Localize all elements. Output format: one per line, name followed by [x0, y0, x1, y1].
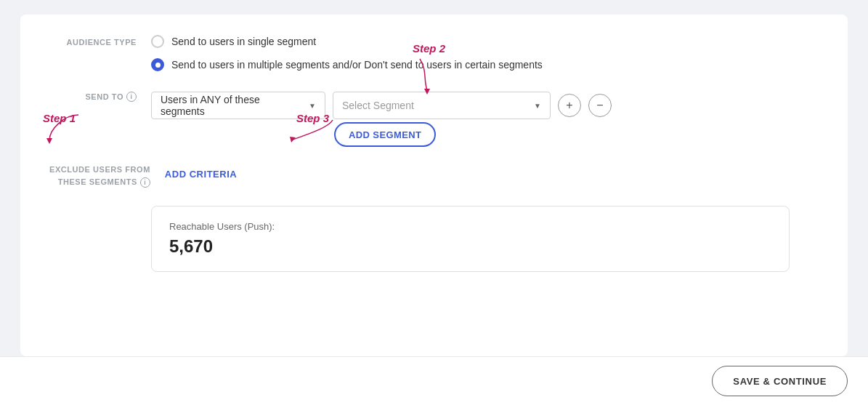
chevron-down-icon: ▼ — [309, 102, 316, 110]
reachable-count: 5,670 — [169, 236, 771, 257]
footer: SAVE & CONTINUE — [0, 356, 868, 405]
add-circle-button[interactable]: + — [558, 94, 581, 117]
step1-label: Step 1 — [43, 112, 76, 124]
add-segment-container: ADD SEGMENT Step 3 — [151, 119, 612, 147]
radio-multiple-label: Send to users in multiple segments and/o… — [171, 59, 543, 71]
send-to-section: SEND TO i Step 1 Users in ANY of these s… — [49, 92, 819, 147]
step2-label: Step 2 — [413, 42, 445, 55]
svg-marker-2 — [290, 137, 296, 143]
radio-single-label: Send to users in single segment — [171, 36, 316, 47]
exclude-section: EXCLUDE USERS FROM THESE SEGMENTS i ADD … — [49, 164, 819, 188]
chevron-down-icon-2: ▼ — [534, 102, 541, 110]
step3-arrow — [329, 116, 365, 145]
step2-arrow — [413, 55, 456, 92]
segment-type-value: Users in ANY of these segments — [161, 94, 303, 117]
send-to-row: Users in ANY of these segments ▼ Select … — [151, 92, 612, 119]
send-to-controls-wrapper: Users in ANY of these segments ▼ Select … — [151, 92, 612, 147]
add-criteria-button[interactable]: ADD CRITERIA — [165, 164, 237, 184]
remove-circle-button[interactable]: − — [588, 94, 612, 117]
step3-label: Step 3 — [296, 112, 329, 124]
send-to-left: SEND TO i Step 1 — [49, 92, 137, 102]
radio-circle-multiple — [151, 58, 164, 71]
send-to-label: SEND TO i — [85, 92, 137, 102]
exclude-label: EXCLUDE USERS FROM THESE SEGMENTS i — [49, 164, 150, 188]
reachable-label: Reachable Users (Push): — [169, 221, 771, 232]
audience-type-label: AUDIENCE TYPE — [49, 35, 137, 47]
step1-annotation: Step 1 — [42, 108, 86, 124]
radio-options: Send to users in single segment Send to … — [151, 35, 543, 71]
exclude-info-icon[interactable]: i — [140, 177, 150, 188]
reachable-users-card: Reachable Users (Push): 5,670 — [151, 206, 790, 272]
step3-annotation: Step 3 — [296, 112, 365, 145]
segment-select-placeholder: Select Segment — [342, 100, 414, 111]
svg-marker-0 — [46, 138, 52, 144]
radio-single-segment[interactable]: Send to users in single segment — [151, 35, 543, 48]
save-continue-button[interactable]: SAVE & CONTINUE — [712, 366, 848, 396]
step2-annotation: Step 2 — [413, 42, 456, 92]
radio-circle-single — [151, 35, 164, 48]
send-to-info-icon[interactable]: i — [126, 92, 137, 102]
radio-multiple-segments[interactable]: Send to users in multiple segments and/o… — [151, 58, 543, 71]
